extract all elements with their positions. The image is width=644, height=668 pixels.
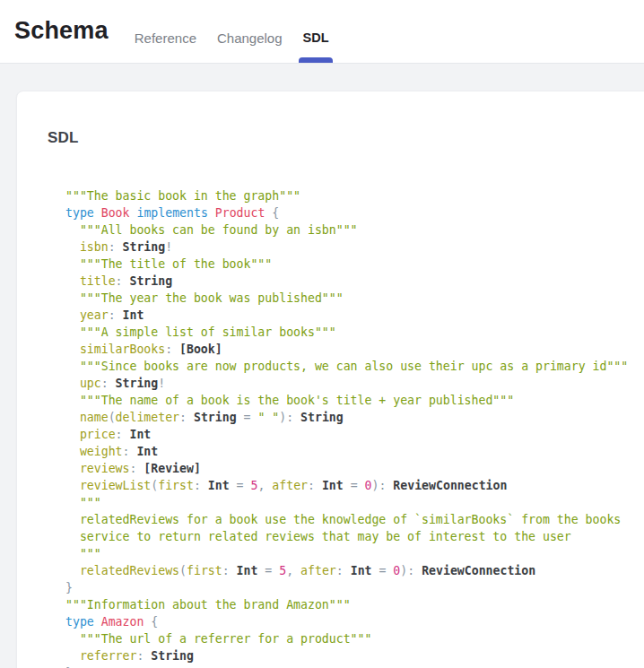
tab-label: Reference (135, 30, 196, 46)
code-token: : (129, 462, 144, 475)
code-token: : (222, 564, 237, 577)
active-tab-underline (299, 57, 333, 63)
code-token: String (116, 377, 159, 390)
code-token: 5 (279, 564, 286, 577)
code-token: similarBooks (65, 343, 165, 356)
code-token: after (272, 479, 308, 492)
code-token: reviewList (65, 479, 151, 492)
code-token: year (65, 308, 109, 322)
code-token: Int (351, 564, 372, 577)
code-token: reviews (65, 462, 129, 475)
code-token: referrer (65, 649, 136, 663)
code-token: 0 (365, 479, 372, 492)
code-line: """Information about the brand Amazon""" (65, 596, 644, 613)
page-header: Schema ReferenceChangelogSDL (0, 0, 644, 64)
code-token: """The title of the book""" (65, 257, 272, 271)
code-line: referrer: String (65, 647, 644, 664)
code-token: """A simple list of similar books""" (65, 325, 336, 339)
code-token: = (257, 564, 279, 577)
code-token: : (116, 428, 130, 441)
code-token: : (179, 411, 194, 424)
code-token (94, 615, 101, 629)
code-token: : (109, 240, 123, 254)
code-token: [Review] (144, 462, 201, 475)
code-token: = (372, 564, 394, 577)
code-token: type (65, 615, 94, 629)
code-line: name(delimeter: String = " "): String (65, 409, 644, 426)
code-token: """The url of a referrer for a product""… (65, 632, 371, 646)
code-token: : (101, 377, 116, 390)
code-token: " " (257, 411, 279, 424)
code-token: String (194, 411, 237, 424)
code-line: relatedReviews for a book use the knowle… (65, 511, 644, 528)
code-token: """ (65, 496, 101, 509)
code-token: first (187, 564, 222, 577)
code-line: price: Int (65, 426, 644, 443)
code-token: : (336, 564, 351, 577)
code-line: """The url of a referrer for a product""… (65, 630, 644, 647)
sdl-code-block: """The basic book in the graph"""type Bo… (48, 187, 644, 668)
code-token: after (300, 564, 336, 577)
code-token: """All books can be found by an isbn""" (65, 223, 358, 237)
code-token: Amazon (101, 615, 144, 629)
sdl-card: SDL """The basic book in the graph"""typ… (16, 91, 644, 668)
code-token: ! (165, 240, 172, 254)
code-token: upc (65, 377, 101, 390)
code-token: """The year the book was published""" (65, 291, 344, 305)
page-title: Schema (14, 17, 109, 45)
code-token: Int (129, 428, 151, 441)
code-token: service to return related reviews that m… (65, 530, 571, 543)
code-token: ReviewConnection (422, 564, 535, 577)
code-token: String (123, 240, 166, 254)
code-token: """The name of a book is the book's titl… (65, 394, 514, 407)
code-token: """Since books are now products, we can … (65, 360, 628, 373)
code-token: [Book] (179, 343, 222, 356)
code-token: ReviewConnection (393, 479, 507, 492)
code-token: first (158, 479, 194, 492)
code-token: ( (109, 411, 116, 424)
code-token: """The basic book in the graph""" (65, 189, 300, 203)
code-token: { (265, 206, 279, 220)
code-token: Int (136, 445, 158, 458)
code-line: """ (65, 545, 644, 562)
code-token: String (151, 649, 194, 663)
code-line: year: Int (65, 307, 644, 324)
tab-sdl[interactable]: SDL (303, 0, 329, 63)
code-token: title (65, 274, 116, 288)
code-line: type Book implements Product { (65, 204, 644, 221)
code-line: type Amazon { (65, 613, 644, 630)
code-line: } (65, 664, 644, 668)
code-token: """Information about the brand Amazon""" (65, 598, 351, 612)
code-line: similarBooks: [Book] (65, 341, 644, 358)
code-token: weight (65, 445, 123, 458)
code-token: Int (208, 479, 230, 492)
code-token: ( (179, 564, 187, 577)
code-line: """The title of the book""" (65, 256, 644, 273)
code-token: ! (158, 377, 165, 390)
code-token: : (308, 479, 322, 492)
code-token: Int (123, 308, 144, 322)
code-line: """ (65, 494, 644, 511)
code-line: """A simple list of similar books""" (65, 324, 644, 341)
code-line: title: String (65, 273, 644, 290)
code-token: name (65, 411, 109, 424)
code-token: relatedReviews (65, 564, 179, 577)
code-token: price (65, 428, 116, 441)
tab-reference[interactable]: Reference (135, 0, 196, 63)
code-token: type (65, 206, 94, 220)
code-token: implements (136, 206, 207, 220)
tabs: ReferenceChangelogSDL (135, 0, 329, 63)
code-token: = (344, 479, 365, 492)
code-token: Int (322, 479, 344, 492)
code-token: } (65, 581, 73, 594)
code-line: service to return related reviews that m… (65, 528, 644, 545)
code-line: """Since books are now products, we can … (65, 358, 644, 375)
code-line: } (65, 579, 644, 596)
code-line: weight: Int (65, 443, 644, 460)
code-token: delimeter (116, 411, 179, 424)
tab-label: SDL (303, 30, 329, 45)
code-token: relatedReviews for a book use the knowle… (65, 513, 621, 526)
tab-changelog[interactable]: Changelog (217, 0, 283, 63)
code-token: : (123, 445, 137, 458)
code-line: isbn: String! (65, 239, 644, 256)
